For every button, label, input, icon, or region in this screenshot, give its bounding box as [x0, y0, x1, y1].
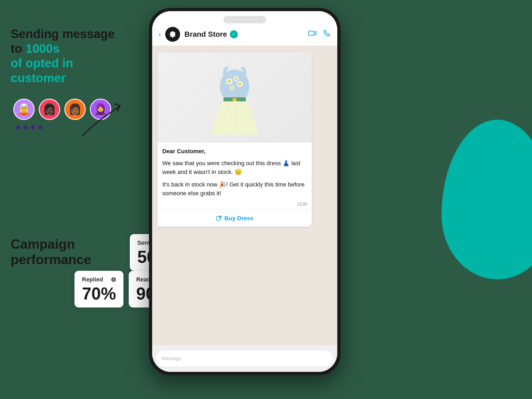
- buy-dress-button[interactable]: Buy Dress: [157, 210, 312, 227]
- phone-inner: ‹ Brand Store ✓: [152, 11, 337, 372]
- dot-2: [23, 125, 28, 130]
- dot-3: [31, 125, 35, 130]
- dress-illustration: [205, 57, 264, 137]
- video-call-icon[interactable]: [308, 29, 317, 39]
- phone-outer: ‹ Brand Store ✓: [149, 8, 340, 375]
- metric-replied-label: Replied: [82, 276, 103, 283]
- metric-replied-label-row: Replied i: [82, 276, 116, 283]
- metric-replied-info-icon[interactable]: i: [111, 277, 116, 282]
- dot-1: [16, 125, 20, 130]
- message-input-area: Message: [152, 345, 337, 372]
- heading-highlight: 1000s: [26, 41, 60, 55]
- phone-container: ‹ Brand Store ✓: [149, 8, 340, 375]
- message-body2: It's back in stock now 🎉! Get it quickly…: [162, 180, 307, 198]
- metric-replied-value: 70%: [82, 285, 116, 302]
- cta-label: Buy Dress: [225, 215, 253, 222]
- teal-decorative-arc: [442, 120, 532, 279]
- brand-name-row: Brand Store ✓: [184, 30, 304, 39]
- avatar-1: 🧝: [13, 99, 35, 120]
- message-greeting: Dear Customer,: [162, 147, 307, 156]
- message-bubble: Dear Customer, We saw that you were chec…: [157, 52, 312, 227]
- svg-point-9: [231, 87, 233, 89]
- back-button[interactable]: ‹: [159, 30, 161, 39]
- input-placeholder: Message: [162, 356, 181, 361]
- arrow-container: [77, 98, 130, 142]
- campaign-label: Campaign performance: [11, 237, 64, 267]
- brand-name: Brand Store: [184, 30, 227, 39]
- product-image: [157, 52, 312, 143]
- message-body: Dear Customer, We saw that you were chec…: [157, 143, 312, 202]
- svg-point-7: [235, 78, 237, 80]
- phone-notch: [223, 16, 266, 23]
- phone-call-icon[interactable]: [323, 29, 331, 39]
- brand-logo-icon: [169, 30, 177, 38]
- svg-rect-12: [217, 217, 220, 220]
- message-input[interactable]: Message: [156, 351, 333, 367]
- verified-badge: ✓: [230, 30, 238, 38]
- arrow-icon: [77, 98, 130, 141]
- svg-rect-0: [309, 31, 314, 35]
- metric-read-label: Read: [136, 276, 151, 283]
- metric-replied-card: Replied i 70%: [74, 271, 123, 307]
- heading: Sending message to 1000s of opted in cus…: [11, 27, 128, 85]
- message-body1: We saw that you were checking out this d…: [162, 159, 307, 176]
- brand-avatar: [165, 27, 180, 42]
- cta-link-icon: [216, 215, 222, 221]
- svg-point-6: [228, 80, 231, 83]
- heading-line2: of opted in customer: [11, 56, 73, 85]
- metric-sent-label: Sent: [137, 239, 150, 246]
- dot-4: [38, 125, 43, 130]
- message-timestamp: 13:00: [157, 202, 312, 210]
- chat-area[interactable]: Dear Customer, We saw that you were chec…: [152, 46, 337, 345]
- avatar-2: 👩🏿: [39, 99, 60, 120]
- header-icons: [308, 29, 331, 39]
- svg-point-8: [239, 83, 241, 85]
